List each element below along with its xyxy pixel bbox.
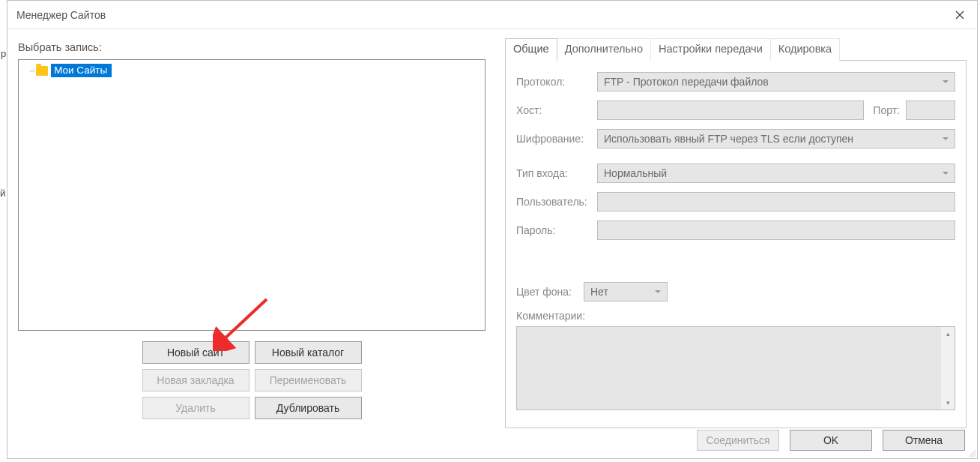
- select-entry-label: Выбрать запись:: [18, 38, 486, 59]
- password-input[interactable]: [597, 220, 955, 240]
- encryption-label: Шифрование:: [516, 133, 597, 145]
- new-site-button[interactable]: Новый сайт: [142, 341, 249, 364]
- tab-transfer[interactable]: Настройки передачи: [650, 38, 771, 61]
- scroll-down-icon[interactable]: ▾: [941, 396, 955, 410]
- user-label: Пользователь:: [516, 196, 597, 208]
- left-panel: Выбрать запись: ···· Мои Сайты Новый сай…: [18, 38, 486, 428]
- bgcolor-label: Цвет фона:: [516, 286, 584, 298]
- logon-type-value: Нормальный: [604, 167, 667, 179]
- chevron-down-icon: [943, 172, 949, 175]
- comments-label: Комментарии:: [516, 310, 955, 326]
- titlebar: Менеджер Сайтов: [7, 1, 977, 29]
- port-input[interactable]: [906, 100, 955, 120]
- logon-type-dropdown[interactable]: Нормальный: [597, 164, 955, 183]
- comments-scrollbar[interactable]: ▴ ▾: [941, 327, 955, 410]
- chevron-down-icon: [655, 290, 661, 293]
- tab-general[interactable]: Общие: [505, 38, 557, 61]
- password-label: Пароль:: [516, 224, 597, 236]
- protocol-dropdown[interactable]: FTP - Протокол передачи файлов: [597, 72, 955, 92]
- encryption-value: Использовать явный FTP через TLS если до…: [604, 133, 853, 145]
- bgcolor-value: Нет: [590, 286, 608, 298]
- window-title: Менеджер Сайтов: [7, 9, 106, 21]
- scroll-up-icon[interactable]: ▴: [941, 327, 955, 340]
- host-input[interactable]: [597, 100, 864, 120]
- tab-strip: Общие Дополнительно Настройки передачи К…: [505, 38, 967, 61]
- ok-button[interactable]: OK: [790, 430, 872, 451]
- new-folder-button[interactable]: Новый каталог: [255, 341, 362, 364]
- tree-root-row[interactable]: ···· Мои Сайты: [25, 63, 479, 78]
- tab-advanced[interactable]: Дополнительно: [557, 38, 651, 61]
- chevron-down-icon: [943, 80, 949, 83]
- scroll-track[interactable]: [941, 340, 955, 396]
- tree-root-label: Мои Сайты: [51, 64, 112, 77]
- site-tree[interactable]: ···· Мои Сайты: [18, 59, 486, 331]
- rename-button: Переименовать: [255, 369, 362, 392]
- chevron-down-icon: [943, 137, 949, 140]
- new-bookmark-button: Новая закладка: [142, 369, 249, 392]
- close-icon: [955, 10, 964, 20]
- connect-button: Соединиться: [697, 430, 779, 451]
- dialog-footer: Соединиться OK Отмена: [697, 430, 965, 451]
- protocol-label: Протокол:: [516, 76, 597, 88]
- duplicate-button[interactable]: Дублировать: [255, 397, 362, 419]
- host-label: Хост:: [516, 104, 597, 116]
- cancel-button[interactable]: Отмена: [883, 430, 965, 451]
- folder-icon: [36, 66, 48, 76]
- close-button[interactable]: [943, 1, 977, 29]
- tree-expander-icon: ····: [29, 67, 34, 75]
- delete-button: Удалить: [142, 397, 249, 419]
- user-input[interactable]: [597, 192, 955, 212]
- comments-textarea[interactable]: ▴ ▾: [516, 326, 955, 410]
- bgcolor-dropdown[interactable]: Нет: [584, 282, 668, 302]
- logon-type-label: Тип входа:: [516, 167, 597, 179]
- resize-grip-icon[interactable]: [967, 448, 976, 457]
- right-panel: Общие Дополнительно Настройки передачи К…: [505, 38, 967, 428]
- port-label: Порт:: [873, 104, 900, 116]
- protocol-value: FTP - Протокол передачи файлов: [604, 76, 769, 88]
- site-manager-dialog: Менеджер Сайтов Выбрать запись: ···· Мои…: [7, 0, 978, 459]
- encryption-dropdown[interactable]: Использовать явный FTP через TLS если до…: [597, 129, 955, 148]
- entry-buttons: Новый сайт Новый каталог Новая закладка …: [18, 341, 486, 419]
- tab-charset[interactable]: Кодировка: [770, 38, 840, 61]
- general-panel: Протокол: FTP - Протокол передачи файлов…: [505, 60, 967, 428]
